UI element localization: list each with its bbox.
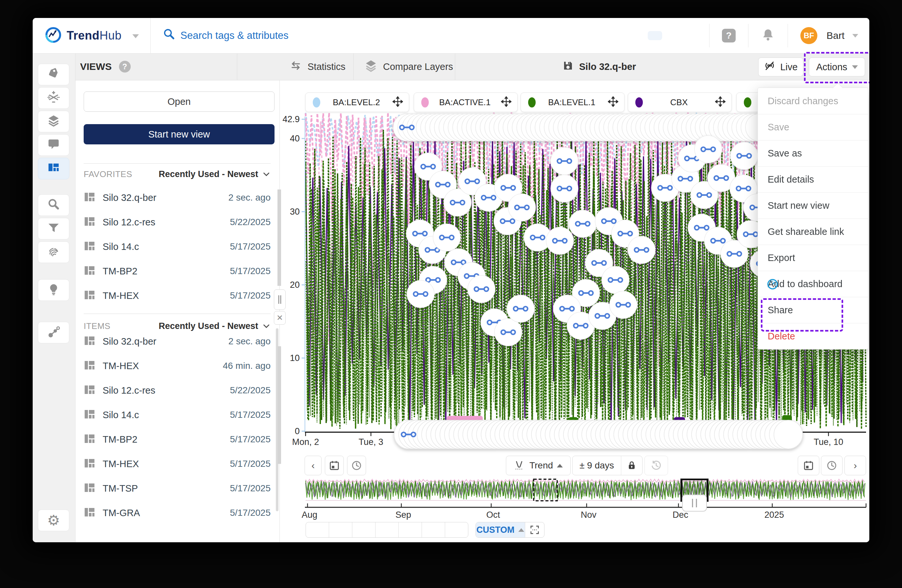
user-menu-caret-icon[interactable] — [852, 34, 858, 38]
nav-link[interactable] — [683, 31, 697, 40]
step-back-button[interactable]: ‹ — [305, 456, 322, 475]
view-list-item[interactable]: TM-HEX 5/17/2025 — [84, 452, 271, 476]
time-preset-button[interactable] — [422, 522, 445, 537]
view-list-item[interactable]: TM-TSP 5/17/2025 — [84, 476, 271, 500]
fit-range-button[interactable] — [525, 522, 544, 537]
sidebar-item-recommendations[interactable] — [38, 279, 69, 301]
move-handle-icon[interactable] — [608, 96, 619, 108]
brand-logo[interactable]: TrendHub — [44, 18, 122, 53]
favorite-list-item[interactable]: Silo 32.q-ber 2 sec. ago — [84, 186, 271, 210]
nav-link[interactable] — [630, 31, 644, 40]
legend-tag-chip[interactable]: BA:LEVEL.2 — [305, 92, 409, 112]
actions-menu-item[interactable]: Share — [758, 297, 868, 323]
view-list-item[interactable]: Silo 12.c-res 5/22/2025 — [84, 378, 271, 402]
view-list-item[interactable]: TM-HEX 46 min. ago — [84, 354, 271, 378]
panel-scroll-track[interactable] — [277, 346, 281, 464]
brand-dropdown-caret-icon[interactable] — [132, 34, 139, 38]
legend-tag-chip[interactable]: BA:LEVEL.1 — [521, 92, 625, 112]
lock-range-button[interactable] — [621, 456, 642, 475]
actions-menu-item[interactable]: Delete — [758, 323, 868, 349]
calendar-end-button[interactable] — [798, 456, 819, 475]
time-preset-button[interactable] — [399, 522, 422, 537]
view-list-item[interactable]: TM-GRA 5/17/2025 — [84, 501, 271, 525]
time-range-label[interactable]: ± 9 days — [573, 456, 621, 475]
sidebar-item-search[interactable] — [38, 194, 69, 216]
statistics-button[interactable]: Statistics — [289, 53, 345, 80]
restore-time-button[interactable] — [644, 456, 668, 475]
start-new-view-button[interactable]: Start new view — [84, 124, 274, 144]
chart-mode-button[interactable]: Trend — [506, 456, 571, 475]
sidebar-item-views[interactable] — [38, 158, 69, 179]
time-preset-button[interactable] — [376, 522, 399, 537]
sidebar-item-context[interactable] — [38, 322, 69, 343]
sidebar-item-comments[interactable] — [38, 134, 69, 156]
sidebar-item-fingerprint[interactable] — [38, 241, 69, 263]
time-preset-button[interactable] — [306, 522, 329, 537]
svg-text:42.9: 42.9 — [282, 114, 300, 124]
time-end-button[interactable] — [821, 456, 842, 475]
help-icon[interactable]: ? — [722, 29, 736, 42]
move-handle-icon[interactable] — [501, 96, 512, 108]
settings-button[interactable]: ⚙ — [38, 510, 69, 531]
notifications-bell-icon[interactable] — [761, 28, 775, 44]
actions-menu-item[interactable]: Export — [758, 245, 868, 271]
divider — [748, 24, 749, 47]
search-bar[interactable]: Search tags & attributes — [163, 18, 288, 53]
panel-scroll-track[interactable] — [277, 189, 281, 286]
views-help-icon[interactable]: ? — [119, 61, 131, 72]
tag-icon — [47, 67, 60, 82]
sidebar-item-layers[interactable] — [38, 111, 69, 132]
time-presets — [305, 522, 468, 538]
compare-layers-button[interactable]: Compare Layers — [364, 53, 453, 80]
navbar-right: ? BF Bart — [630, 18, 858, 53]
actions-menu-item[interactable]: Save as — [758, 140, 868, 166]
svg-text:40: 40 — [290, 134, 300, 144]
chevron-down-icon — [262, 170, 271, 178]
favorites-sort-select[interactable]: Recently Used - Newest — [158, 169, 271, 179]
nav-link[interactable] — [648, 31, 662, 40]
views-grid-icon — [47, 161, 60, 176]
trend-mode-icon — [514, 460, 526, 471]
actions-menu-item[interactable]: Start new view — [758, 192, 868, 219]
user-avatar[interactable]: BF — [800, 27, 817, 44]
sidebar-item-tags[interactable] — [38, 64, 69, 85]
actions-button[interactable]: Actions — [809, 58, 865, 77]
actions-menu-item[interactable]: Save — [758, 114, 868, 140]
step-forward-button[interactable]: › — [844, 456, 866, 475]
time-start-button[interactable] — [347, 456, 366, 475]
time-range-group: ± 9 days — [572, 456, 642, 475]
move-handle-icon[interactable] — [715, 96, 725, 108]
svg-text:10: 10 — [290, 353, 300, 363]
svg-text:30: 30 — [290, 207, 300, 217]
time-preset-button[interactable] — [445, 522, 468, 537]
favorite-list-item[interactable]: Silo 12.c-res 5/22/2025 — [84, 210, 271, 234]
user-name[interactable]: Bart — [827, 30, 844, 41]
live-button[interactable]: Live — [758, 58, 803, 77]
custom-range-button[interactable]: CUSTOM — [476, 522, 525, 537]
actions-menu-item[interactable]: Discard changes — [758, 88, 868, 114]
nav-link[interactable] — [666, 31, 680, 40]
time-preset-button[interactable] — [352, 522, 376, 537]
view-list-item[interactable]: TM-BP2 5/17/2025 — [84, 427, 271, 452]
panel-close-button[interactable]: ✕ — [274, 311, 286, 325]
legend-tag-chip[interactable]: BA:ACTIVE.1 — [414, 92, 518, 112]
calendar-start-button[interactable] — [325, 456, 344, 475]
open-view-button[interactable]: Open — [84, 91, 274, 112]
time-preset-button[interactable] — [329, 522, 352, 537]
mode-caret-icon — [557, 464, 563, 468]
actions-menu-item[interactable]: Get shareable link — [758, 219, 868, 245]
panel-resize-handle[interactable] — [274, 289, 286, 310]
favorite-list-item[interactable]: TM-BP2 5/17/2025 — [84, 259, 271, 283]
actions-menu-item[interactable]: Edit details — [758, 166, 868, 192]
move-handle-icon[interactable] — [393, 96, 403, 108]
favorite-list-item[interactable]: Silo 14.c 5/17/2025 — [84, 235, 271, 259]
legend-tag-chip[interactable]: CBX — [628, 92, 732, 112]
actions-menu-item[interactable]: Add to dashboard — [758, 271, 868, 297]
view-item-icon — [84, 191, 96, 204]
svg-text:Mon, 2: Mon, 2 — [292, 437, 319, 447]
sidebar-item-calculations[interactable] — [38, 87, 69, 109]
favorite-list-item[interactable]: TM-HEX 5/17/2025 — [84, 283, 271, 308]
view-list-item[interactable]: Silo 32.q-ber 2 sec. ago — [84, 329, 271, 353]
view-list-item[interactable]: Silo 14.c 5/17/2025 — [84, 403, 271, 427]
sidebar-item-filter[interactable] — [38, 218, 69, 239]
